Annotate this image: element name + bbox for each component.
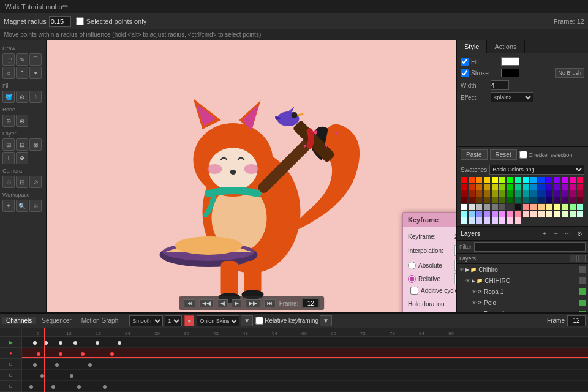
layer-tool-2[interactable]: ⊟ bbox=[16, 138, 28, 151]
play-prev-btn[interactable]: ◀◀ bbox=[199, 299, 214, 307]
color-swatch-cell[interactable] bbox=[562, 197, 568, 203]
color-swatch-cell[interactable] bbox=[461, 190, 467, 197]
color-swatch-cell[interactable] bbox=[562, 184, 568, 190]
color-swatch-cell[interactable] bbox=[499, 211, 505, 217]
color-swatch-cell[interactable] bbox=[577, 211, 583, 217]
color-swatch-cell[interactable] bbox=[546, 211, 552, 217]
color-swatch-cell[interactable] bbox=[515, 197, 521, 203]
selected-points-checkbox[interactable] bbox=[76, 17, 84, 25]
color-swatch-cell[interactable] bbox=[577, 197, 583, 203]
color-swatch-cell[interactable] bbox=[469, 217, 475, 224]
layers-options-btn[interactable]: ⋯ bbox=[563, 228, 573, 238]
bone-tool-1[interactable]: ⊕ bbox=[2, 115, 15, 127]
color-swatch-cell[interactable] bbox=[554, 184, 560, 190]
color-swatch-cell[interactable] bbox=[484, 190, 490, 197]
color-swatch-cell[interactable] bbox=[492, 190, 498, 197]
color-swatch-cell[interactable] bbox=[546, 204, 552, 210]
no-brush-button[interactable]: No Brush bbox=[555, 68, 584, 78]
color-swatch-cell[interactable] bbox=[538, 211, 545, 217]
color-swatch-cell[interactable] bbox=[523, 197, 529, 203]
color-swatch-cell[interactable] bbox=[577, 177, 583, 183]
color-swatch-cell[interactable] bbox=[538, 190, 545, 197]
layers-settings-btn[interactable]: ⚙ bbox=[575, 228, 584, 238]
color-swatch-cell[interactable] bbox=[461, 211, 467, 217]
camera-tool-1[interactable]: ⊙ bbox=[2, 176, 15, 188]
color-swatch-cell[interactable] bbox=[570, 177, 576, 183]
color-swatch-cell[interactable] bbox=[538, 177, 545, 183]
color-swatch-cell[interactable] bbox=[492, 197, 498, 203]
smooth-value-select[interactable]: 1 bbox=[165, 315, 182, 326]
frame-input-canvas[interactable] bbox=[302, 298, 319, 308]
color-swatch-cell[interactable] bbox=[515, 204, 521, 210]
color-swatch-cell[interactable] bbox=[484, 217, 490, 224]
color-swatch-cell[interactable] bbox=[499, 184, 505, 190]
color-swatch-cell[interactable] bbox=[570, 197, 576, 203]
width-input[interactable] bbox=[491, 80, 509, 90]
color-swatch-cell[interactable] bbox=[507, 211, 513, 217]
play-begin-btn[interactable]: ⏮ bbox=[184, 299, 195, 307]
timeline-tab-sequencer[interactable]: Sequencer bbox=[38, 317, 75, 324]
color-swatch-cell[interactable] bbox=[570, 184, 576, 190]
play-step-back-btn[interactable]: ◀ bbox=[217, 299, 228, 307]
layer-tool-3[interactable]: ⊠ bbox=[29, 138, 42, 151]
kf-absolute-radio[interactable] bbox=[408, 262, 416, 270]
color-swatch-cell[interactable] bbox=[562, 190, 568, 197]
color-swatch-cell[interactable] bbox=[577, 184, 583, 190]
color-swatch-cell[interactable] bbox=[461, 197, 467, 203]
color-swatch-cell[interactable] bbox=[476, 217, 482, 224]
layers-delete-btn[interactable]: − bbox=[551, 228, 561, 238]
color-swatch-cell[interactable] bbox=[492, 204, 498, 210]
fill-tool-1[interactable]: 🪣 bbox=[2, 91, 15, 103]
color-swatch-cell[interactable] bbox=[492, 184, 498, 190]
color-swatch-cell[interactable] bbox=[507, 197, 513, 203]
color-swatch-cell[interactable] bbox=[492, 177, 498, 183]
camera-tool-3[interactable]: ⊘ bbox=[29, 176, 42, 188]
magnet-radius-input[interactable] bbox=[49, 16, 71, 27]
color-swatch-cell[interactable] bbox=[515, 211, 521, 217]
color-swatch-cell[interactable] bbox=[469, 184, 475, 190]
bone-tool-2[interactable]: ⊗ bbox=[16, 115, 28, 127]
color-swatch-cell[interactable] bbox=[523, 211, 529, 217]
layer-item[interactable]: 👁⟳Brazo 1 bbox=[457, 308, 588, 312]
color-swatch-cell[interactable] bbox=[523, 184, 529, 190]
color-swatch-cell[interactable] bbox=[546, 190, 552, 197]
color-swatch-cell[interactable] bbox=[554, 204, 560, 210]
color-swatch-cell[interactable] bbox=[546, 177, 552, 183]
color-swatch-cell[interactable] bbox=[523, 204, 529, 210]
color-swatch-cell[interactable] bbox=[530, 184, 537, 190]
color-swatch-cell[interactable] bbox=[476, 177, 482, 183]
color-swatch-cell[interactable] bbox=[530, 211, 537, 217]
color-swatch-cell[interactable] bbox=[484, 184, 490, 190]
kf-additive-checkbox[interactable] bbox=[410, 287, 418, 295]
color-swatch-cell[interactable] bbox=[492, 217, 498, 224]
color-swatch-cell[interactable] bbox=[554, 211, 560, 217]
layer-item[interactable]: 👁⟳Ropa 1 bbox=[457, 286, 588, 297]
fill-tool-2[interactable]: ⊘ bbox=[16, 91, 28, 103]
kf-relative-input[interactable] bbox=[454, 273, 456, 284]
color-swatch-cell[interactable] bbox=[507, 190, 513, 197]
color-swatch-cell[interactable] bbox=[546, 197, 552, 203]
play-btn[interactable]: ▶ bbox=[232, 299, 242, 307]
color-swatch-cell[interactable] bbox=[515, 177, 521, 183]
effect-select[interactable]: <plain> bbox=[491, 92, 533, 102]
layer-tool-1[interactable]: ⊞ bbox=[2, 138, 15, 151]
layer-item[interactable]: 👁▶ 📁CHIHIRO bbox=[457, 275, 588, 286]
color-swatch-cell[interactable] bbox=[484, 204, 490, 210]
color-swatch-cell[interactable] bbox=[577, 204, 583, 210]
color-swatch-cell[interactable] bbox=[577, 190, 583, 197]
color-swatch-cell[interactable] bbox=[461, 177, 467, 183]
camera-tool-2[interactable]: ⊡ bbox=[16, 176, 28, 188]
color-swatch-cell[interactable] bbox=[469, 177, 475, 183]
color-swatch-cell[interactable] bbox=[507, 177, 513, 183]
fill-checkbox[interactable] bbox=[461, 58, 469, 66]
fill-color-swatch[interactable] bbox=[501, 57, 519, 66]
onion-skins-select[interactable]: Onion Skins bbox=[197, 315, 239, 326]
color-swatch-cell[interactable] bbox=[554, 197, 560, 203]
color-swatch-cell[interactable] bbox=[469, 197, 475, 203]
color-swatch-cell[interactable] bbox=[538, 204, 545, 210]
color-swatch-cell[interactable] bbox=[546, 184, 552, 190]
relative-options-btn[interactable]: ▼ bbox=[320, 315, 332, 326]
draw-tool-6[interactable]: ✶ bbox=[29, 67, 42, 79]
tab-style[interactable]: Style bbox=[457, 40, 487, 53]
color-swatch-cell[interactable] bbox=[515, 217, 521, 224]
